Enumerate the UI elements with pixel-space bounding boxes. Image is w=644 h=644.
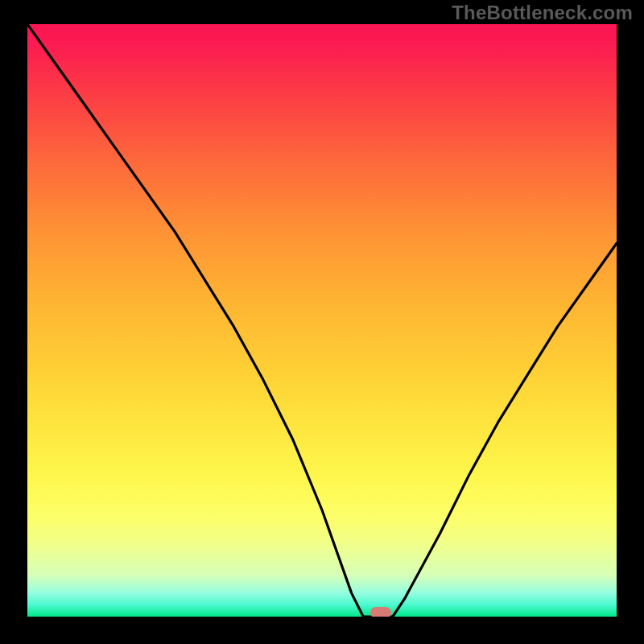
- bottleneck-curve: [27, 24, 617, 617]
- chart-frame: TheBottleneck.com: [0, 0, 644, 644]
- curve-path: [27, 24, 617, 617]
- plot-area: [27, 24, 617, 617]
- optimal-point-marker: [370, 607, 391, 617]
- watermark-text: TheBottleneck.com: [452, 2, 633, 24]
